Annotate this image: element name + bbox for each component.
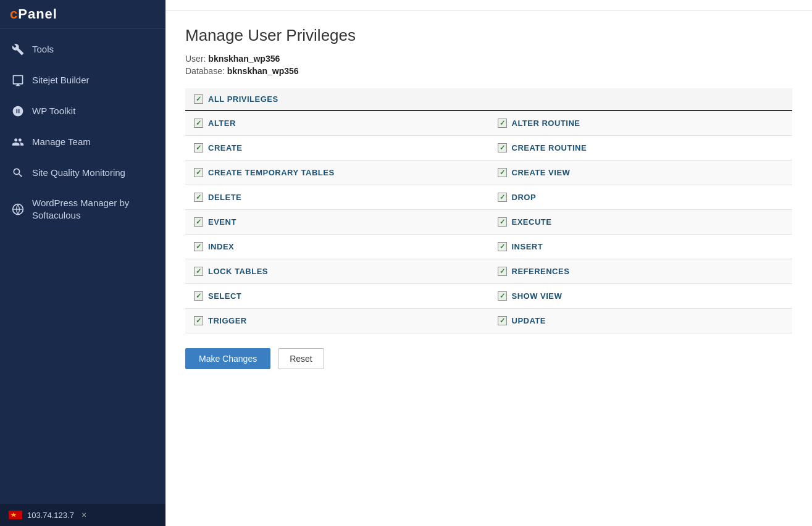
sidebar-item-wp-manager[interactable]: WordPress Manager by Softaculous bbox=[0, 188, 165, 230]
table-row: SELECT SHOW VIEW bbox=[185, 284, 792, 309]
priv-left-checkbox-1[interactable] bbox=[194, 143, 203, 152]
priv-right-label-1: CREATE ROUTINE bbox=[512, 143, 587, 152]
user-label: User: bbox=[185, 54, 206, 64]
priv-right-cell-1: CREATE ROUTINE bbox=[498, 143, 784, 152]
sidebar-item-tools-label: Tools bbox=[32, 43, 54, 56]
priv-right-label-7: SHOW VIEW bbox=[512, 291, 563, 301]
priv-right-checkbox-0[interactable] bbox=[498, 119, 507, 128]
priv-right-checkbox-8[interactable] bbox=[498, 316, 507, 325]
sidebar-item-wp-toolkit-label: WP Toolkit bbox=[32, 105, 75, 117]
priv-left-label-7: SELECT bbox=[208, 291, 241, 301]
flag-icon bbox=[9, 511, 22, 519]
ip-address: 103.74.123.7 bbox=[27, 511, 74, 520]
priv-left-cell-3: DELETE bbox=[194, 193, 480, 202]
make-changes-button[interactable]: Make Changes bbox=[185, 348, 270, 369]
priv-left-cell-7: SELECT bbox=[194, 291, 480, 301]
sidebar-item-manage-team-label: Manage Team bbox=[32, 136, 91, 148]
priv-right-label-0: ALTER ROUTINE bbox=[512, 119, 580, 128]
close-icon[interactable]: × bbox=[82, 510, 86, 520]
priv-left-checkbox-3[interactable] bbox=[194, 193, 203, 202]
table-row: LOCK TABLES REFERENCES bbox=[185, 259, 792, 284]
button-row: Make Changes Reset bbox=[185, 348, 792, 369]
priv-left-label-6: LOCK TABLES bbox=[208, 267, 268, 276]
sidebar-item-sitejet[interactable]: Sitejet Builder bbox=[0, 65, 165, 96]
priv-right-cell-2: CREATE VIEW bbox=[498, 168, 784, 177]
priv-right-cell-4: EXECUTE bbox=[498, 217, 784, 227]
priv-left-checkbox-0[interactable] bbox=[194, 119, 203, 128]
priv-right-label-6: REFERENCES bbox=[512, 267, 570, 276]
priv-left-cell-0: ALTER bbox=[194, 119, 480, 128]
content-area: Manage User Privileges User: bknskhan_wp… bbox=[165, 11, 812, 526]
priv-left-checkbox-4[interactable] bbox=[194, 217, 203, 227]
priv-left-label-8: TRIGGER bbox=[208, 316, 247, 325]
sidebar-item-sitejet-label: Sitejet Builder bbox=[32, 74, 90, 86]
priv-right-cell-7: SHOW VIEW bbox=[498, 291, 784, 301]
db-value: bknskhan_wp356 bbox=[227, 66, 299, 76]
priv-right-label-3: DROP bbox=[512, 193, 537, 202]
priv-left-checkbox-7[interactable] bbox=[194, 291, 203, 301]
priv-left-checkbox-5[interactable] bbox=[194, 242, 203, 251]
priv-right-checkbox-6[interactable] bbox=[498, 267, 507, 276]
sitejet-icon bbox=[11, 73, 25, 87]
priv-right-label-4: EXECUTE bbox=[512, 217, 552, 227]
priv-left-label-5: INDEX bbox=[208, 242, 234, 251]
priv-right-cell-6: REFERENCES bbox=[498, 267, 784, 276]
sidebar-item-wp-manager-label: WordPress Manager by Softaculous bbox=[32, 197, 154, 221]
sidebar-item-site-quality[interactable]: Site Quality Monitoring bbox=[0, 157, 165, 188]
priv-right-label-5: INSERT bbox=[512, 242, 543, 251]
priv-left-label-0: ALTER bbox=[208, 119, 236, 128]
user-value: bknskhan_wp356 bbox=[208, 54, 280, 64]
priv-left-cell-8: TRIGGER bbox=[194, 316, 480, 325]
priv-right-checkbox-1[interactable] bbox=[498, 143, 507, 152]
priv-right-checkbox-4[interactable] bbox=[498, 217, 507, 227]
wp-icon bbox=[11, 104, 25, 118]
table-row: ALTER ALTER ROUTINE bbox=[185, 111, 792, 136]
priv-left-label-3: DELETE bbox=[208, 193, 241, 202]
all-privileges-checkbox[interactable] bbox=[194, 94, 203, 104]
privileges-table: ALL PRIVILEGES ALTER ALTER ROUTINE C bbox=[185, 88, 792, 333]
priv-right-checkbox-5[interactable] bbox=[498, 242, 507, 251]
table-row: EVENT EXECUTE bbox=[185, 210, 792, 235]
db-meta: Database: bknskhan_wp356 bbox=[185, 66, 792, 76]
logo-area: cPanel bbox=[0, 0, 165, 29]
sidebar-item-manage-team[interactable]: Manage Team bbox=[0, 127, 165, 157]
all-privileges-row: ALL PRIVILEGES bbox=[185, 88, 792, 111]
priv-right-checkbox-3[interactable] bbox=[498, 193, 507, 202]
priv-left-label-4: EVENT bbox=[208, 217, 236, 227]
table-row: TRIGGER UPDATE bbox=[185, 309, 792, 333]
priv-right-checkbox-7[interactable] bbox=[498, 291, 507, 301]
reset-button[interactable]: Reset bbox=[278, 348, 324, 369]
priv-left-cell-1: CREATE bbox=[194, 143, 480, 152]
sidebar: cPanel Tools Sitejet Builder WP Toolkit bbox=[0, 0, 165, 526]
priv-left-cell-2: CREATE TEMPORARY TABLES bbox=[194, 168, 480, 177]
table-row: INDEX INSERT bbox=[185, 235, 792, 259]
all-privileges-label: ALL PRIVILEGES bbox=[208, 94, 278, 104]
sidebar-item-tools[interactable]: Tools bbox=[0, 34, 165, 65]
sidebar-footer: 103.74.123.7 × bbox=[0, 504, 165, 526]
priv-right-cell-5: INSERT bbox=[498, 242, 784, 251]
priv-right-label-8: UPDATE bbox=[512, 316, 546, 325]
priv-left-checkbox-2[interactable] bbox=[194, 168, 203, 177]
priv-right-cell-8: UPDATE bbox=[498, 316, 784, 325]
tools-icon bbox=[11, 43, 25, 56]
main-content: Manage User Privileges User: bknskhan_wp… bbox=[165, 0, 812, 526]
priv-right-cell-3: DROP bbox=[498, 193, 784, 202]
cpanel-logo: cPanel bbox=[10, 6, 156, 22]
priv-left-label-2: CREATE TEMPORARY TABLES bbox=[208, 168, 335, 177]
priv-left-label-1: CREATE bbox=[208, 143, 242, 152]
priv-left-checkbox-8[interactable] bbox=[194, 316, 203, 325]
priv-right-cell-0: ALTER ROUTINE bbox=[498, 119, 784, 128]
priv-right-checkbox-2[interactable] bbox=[498, 168, 507, 177]
sidebar-nav: Tools Sitejet Builder WP Toolkit Manage … bbox=[0, 29, 165, 504]
priv-right-label-2: CREATE VIEW bbox=[512, 168, 571, 177]
sidebar-item-site-quality-label: Site Quality Monitoring bbox=[32, 167, 125, 179]
db-label: Database: bbox=[185, 66, 225, 76]
priv-left-checkbox-6[interactable] bbox=[194, 267, 203, 276]
table-row: DELETE DROP bbox=[185, 185, 792, 210]
quality-icon bbox=[11, 166, 25, 180]
sidebar-item-wp-toolkit[interactable]: WP Toolkit bbox=[0, 96, 165, 127]
table-row: CREATE CREATE ROUTINE bbox=[185, 136, 792, 161]
team-icon bbox=[11, 135, 25, 149]
page-title: Manage User Privileges bbox=[185, 26, 792, 45]
priv-left-cell-5: INDEX bbox=[194, 242, 480, 251]
